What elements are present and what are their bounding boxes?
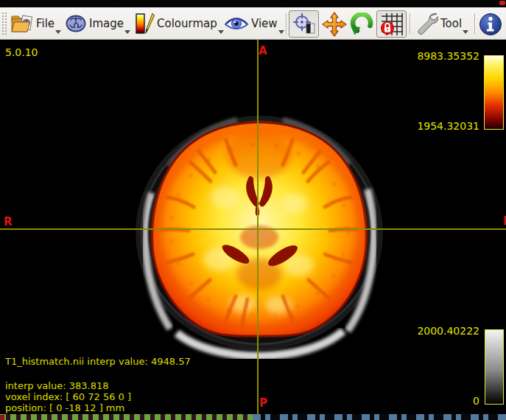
crosshair-vertical-line[interactable] bbox=[257, 40, 259, 414]
bottom-strip-right-pattern bbox=[253, 414, 506, 420]
background-colorbar-max: 2000.40222 bbox=[391, 325, 479, 337]
image-menu-button[interactable]: Image bbox=[63, 10, 131, 38]
tool-menu-label: Tool bbox=[440, 17, 462, 30]
version-label: 5.0.10 bbox=[5, 46, 38, 58]
info-icon bbox=[479, 13, 502, 36]
view-menu-label: View bbox=[251, 17, 278, 30]
mricrogl-window: File Image bbox=[0, 0, 506, 420]
toolbar-separator bbox=[286, 13, 287, 34]
colourmap-menu-button[interactable]: Colourmap bbox=[131, 10, 225, 38]
bottom-strip-red-block bbox=[0, 415, 4, 420]
wrench-icon bbox=[415, 12, 438, 35]
overlay-colorbar-max: 8983.35352 bbox=[391, 50, 479, 62]
file-menu-button[interactable]: File bbox=[9, 10, 62, 38]
chevron-down-icon bbox=[55, 30, 61, 34]
brain-icon bbox=[65, 13, 87, 35]
rotate-tool-button[interactable] bbox=[347, 10, 375, 38]
view-menu-button[interactable]: View bbox=[222, 10, 285, 38]
rotate-arrow-icon bbox=[348, 13, 373, 36]
crosshair-contrast-icon bbox=[292, 13, 316, 36]
info-button[interactable] bbox=[477, 10, 504, 38]
colourmap-pencil-icon bbox=[133, 13, 155, 35]
file-menu-label: File bbox=[36, 17, 55, 30]
toolbar-separator bbox=[474, 13, 476, 34]
chevron-down-icon bbox=[278, 30, 284, 34]
overlay-colorbar-min: 1954.32031 bbox=[391, 120, 479, 132]
tool-menu-button[interactable]: Tool bbox=[413, 10, 469, 38]
toolbar: File Image bbox=[0, 7, 506, 40]
toolbar-separator bbox=[410, 13, 411, 34]
overlay-interp-status: T1_histmatch.nii interp value: 4948.57 bbox=[5, 356, 191, 367]
orientation-posterior-label: P bbox=[259, 396, 267, 410]
eye-icon bbox=[224, 14, 249, 33]
position-status: position: [ 0 -18 12 ] mm bbox=[5, 402, 124, 413]
voxel-index-status: voxel index: [ 60 72 56 0 ] bbox=[5, 391, 131, 402]
grid-lock-toggle[interactable] bbox=[376, 10, 407, 38]
crosshair-contrast-toggle[interactable] bbox=[289, 10, 319, 38]
overlay-colorbar bbox=[484, 55, 504, 130]
clipped-bottom-strip bbox=[0, 414, 506, 420]
bottom-strip-left-pattern bbox=[0, 414, 253, 420]
orientation-anterior-label: A bbox=[259, 44, 267, 57]
background-colorbar bbox=[485, 329, 504, 405]
grid-lock-icon bbox=[380, 13, 404, 36]
orientation-right-label: R bbox=[4, 215, 13, 228]
chevron-down-icon bbox=[463, 30, 468, 34]
background-colorbar-min: 0 bbox=[391, 395, 479, 407]
crosshair-horizontal-line[interactable] bbox=[0, 228, 506, 230]
toolbar-grip-handle[interactable] bbox=[1, 12, 7, 35]
titlebar-strip bbox=[0, 0, 506, 7]
move-arrows-icon bbox=[322, 12, 347, 37]
image-menu-label: Image bbox=[89, 17, 124, 30]
interp-value-status: interp value: 383.818 bbox=[5, 380, 108, 391]
orientation-left-label: L bbox=[503, 214, 506, 225]
chevron-down-icon bbox=[124, 30, 130, 34]
window-close-icon[interactable] bbox=[499, 1, 505, 5]
move-tool-button[interactable] bbox=[321, 10, 348, 38]
folder-brain-icon bbox=[10, 13, 34, 35]
colourmap-menu-label: Colourmap bbox=[157, 17, 217, 30]
